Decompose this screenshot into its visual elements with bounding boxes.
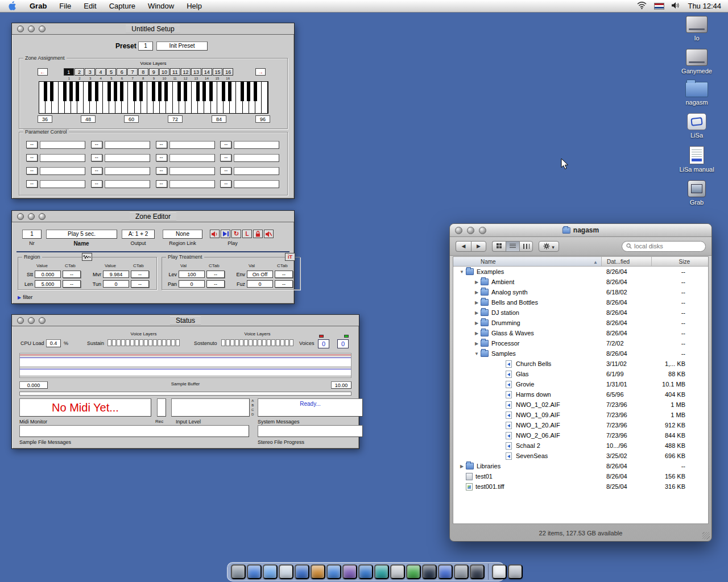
param-value-field[interactable]: 0.000	[35, 271, 61, 278]
voice-layer-button[interactable]: 12	[181, 68, 191, 76]
menu-item[interactable]: File	[53, 0, 77, 13]
parameter-popup[interactable]: --	[26, 167, 38, 174]
voice-layer-button[interactable]: 8	[138, 68, 148, 76]
dock-app-icon[interactable]	[279, 564, 293, 579]
filter-disclosure[interactable]: filter	[18, 294, 32, 300]
parameter-value-field[interactable]	[234, 141, 279, 149]
parameter-value-field[interactable]	[169, 141, 215, 149]
minimize-button[interactable]	[467, 227, 474, 234]
voice-layer-button[interactable]: 5	[106, 68, 117, 76]
list-view-button[interactable]	[506, 241, 519, 252]
parameter-popup[interactable]: --	[91, 180, 102, 188]
file-row[interactable]: Bells and Bottles 8/26/04 --	[453, 297, 708, 307]
dock-app-icon[interactable]	[342, 564, 357, 579]
preset-name-field[interactable]: Init Preset	[156, 41, 208, 51]
disclosure-triangle[interactable]	[473, 321, 480, 326]
param-value-field[interactable]: 0	[179, 280, 205, 288]
zoom-button[interactable]	[39, 317, 46, 324]
collapse-button[interactable]	[28, 26, 35, 32]
desktop-icon[interactable]: Io	[671, 16, 722, 41]
file-row[interactable]: Analog synth 6/18/02 --	[453, 287, 708, 297]
disclosure-triangle[interactable]	[458, 269, 465, 275]
title-bar[interactable]: Untitled Setup	[12, 23, 294, 35]
voice-layer-button[interactable]: 10	[159, 68, 169, 76]
layer-scroll-right-button[interactable]	[255, 68, 266, 76]
desktop-icon[interactable]: Grab	[671, 180, 722, 206]
voice-layer-button[interactable]: 4	[96, 68, 106, 76]
voice-layer-button[interactable]: 2	[75, 68, 85, 76]
zone-number-field[interactable]: 1	[22, 230, 42, 239]
wifi-icon[interactable]	[637, 2, 647, 11]
disclosure-triangle[interactable]	[473, 290, 480, 295]
parameter-popup[interactable]: --	[26, 141, 38, 148]
parameter-value-field[interactable]	[105, 141, 150, 149]
voice-layer-button[interactable]: 9	[149, 68, 159, 76]
dock-app-icon[interactable]	[422, 564, 437, 579]
param-ctab-popup[interactable]: --	[206, 271, 225, 278]
parameter-value-field[interactable]	[234, 180, 279, 188]
parameter-value-field[interactable]	[234, 167, 279, 175]
voice-layer-button[interactable]: 14	[202, 68, 212, 76]
parameter-value-field[interactable]	[169, 167, 215, 175]
zone-name-field[interactable]: Play 5 sec.	[46, 230, 117, 239]
disclosure-triangle[interactable]	[473, 300, 480, 305]
file-row[interactable]: Libraries 8/26/04 --	[453, 461, 708, 471]
latch-l-icon[interactable]	[242, 230, 252, 238]
dock-app-icon[interactable]	[231, 564, 246, 579]
dock-app-icon[interactable]	[295, 564, 309, 579]
param-value-field[interactable]: 100	[179, 271, 205, 278]
loop-icon[interactable]	[231, 230, 241, 238]
param-ctab-popup[interactable]: --	[131, 271, 149, 278]
search-field[interactable]	[622, 241, 706, 252]
parameter-value-field[interactable]	[105, 167, 150, 175]
preset-number-field[interactable]: 1	[138, 41, 153, 51]
voice-layer-button[interactable]: 3	[85, 68, 95, 76]
zoom-button[interactable]	[39, 213, 46, 220]
parameter-value-field[interactable]	[169, 154, 215, 162]
param-ctab-popup[interactable]: --	[131, 280, 149, 288]
parameter-popup[interactable]: --	[91, 167, 102, 174]
forward-button[interactable]	[471, 241, 486, 252]
dock-app-icon[interactable]	[326, 564, 341, 579]
file-row[interactable]: NWO_1_09.AIF 7/23/96 1 MB	[453, 410, 708, 420]
desktop-icon[interactable]: LiSa	[671, 113, 722, 139]
disclosure-triangle[interactable]	[473, 331, 480, 336]
parameter-popup[interactable]: --	[26, 180, 38, 188]
parameter-value-field[interactable]	[105, 180, 150, 188]
voice-layer-button[interactable]: 7	[127, 68, 138, 76]
column-header-size[interactable]: Size	[651, 257, 708, 266]
file-row[interactable]: DJ station 8/26/04 --	[453, 307, 708, 318]
close-button[interactable]	[17, 213, 24, 220]
file-row[interactable]: NWO_1_02.AIF 7/23/96 1 MB	[453, 400, 708, 410]
parameter-value-field[interactable]	[169, 180, 215, 188]
parameter-popup[interactable]: --	[26, 154, 38, 161]
collapse-button[interactable]	[28, 213, 35, 220]
param-value-field[interactable]: 9.984	[103, 271, 129, 278]
param-ctab-popup[interactable]: --	[63, 280, 81, 288]
parameter-popup[interactable]: --	[220, 141, 231, 148]
parameter-popup[interactable]: --	[156, 141, 167, 148]
parameter-popup[interactable]: --	[220, 180, 231, 188]
disclosure-triangle[interactable]	[473, 310, 480, 315]
it-icon[interactable]: iT	[285, 253, 295, 261]
disclosure-triangle[interactable]	[473, 280, 480, 285]
desktop-icon[interactable]: nagasm	[671, 82, 722, 106]
file-row[interactable]: Processor 7/2/02 --	[453, 338, 708, 348]
parameter-popup[interactable]: --	[156, 167, 167, 174]
file-row[interactable]: Examples 8/26/04 --	[453, 267, 708, 277]
file-row[interactable]: Schaal 2 10.../96 488 KB	[453, 440, 708, 451]
parameter-value-field[interactable]	[40, 167, 85, 175]
voice-layer-button[interactable]: 15	[213, 68, 223, 76]
param-ctab-popup[interactable]: --	[206, 280, 225, 288]
parameter-value-field[interactable]	[40, 141, 85, 149]
parameter-value-field[interactable]	[234, 154, 279, 162]
file-row[interactable]: Drumming 8/26/04 --	[453, 318, 708, 328]
action-menu-button[interactable]	[539, 241, 559, 252]
param-value-field[interactable]: On Off	[247, 271, 273, 278]
play-arrow-icon[interactable]	[221, 230, 230, 238]
parameter-value-field[interactable]	[40, 180, 85, 188]
param-ctab-popup[interactable]: --	[275, 271, 293, 278]
file-row[interactable]: Glas 6/1/99 88 KB	[453, 369, 708, 379]
close-button[interactable]	[455, 227, 462, 234]
parameter-popup[interactable]: --	[91, 154, 102, 161]
